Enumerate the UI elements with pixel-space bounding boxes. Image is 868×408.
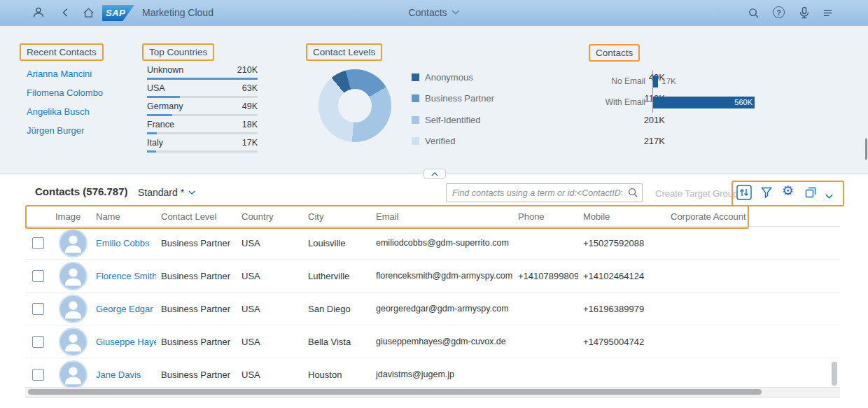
header-select-cell[interactable] [25,206,50,226]
column-header-email[interactable]: Email [371,206,513,226]
mobile-cell: +14102464124 [578,260,666,292]
country-label: Germany [147,101,183,112]
city-cell: Lutherville [303,260,371,292]
country-row: USA63K [147,83,258,101]
city-cell: San Diego [303,293,371,325]
column-header-image[interactable]: Image [50,206,91,226]
contacts-table: Image Name Contact Level Country City Em… [25,206,840,391]
corporate-account-cell [666,325,840,358]
legend-label: Self-Identified [425,115,481,125]
legend-label: Verified [425,136,455,146]
view-selector[interactable]: Standard * [138,187,195,198]
country-value: 17K [242,138,258,148]
row-checkbox[interactable] [32,369,44,381]
collapse-header-button[interactable] [424,169,446,179]
table-row: Jane Davis Business Partner USA Houston … [25,358,840,391]
country-bar [147,114,172,116]
table-title: Contacts (576.787) [35,185,128,197]
legend-value: 217K [644,136,665,146]
recent-contact-link[interactable]: Filomena Colombo [27,87,103,99]
contact-level-cell: Business Partner [156,227,237,259]
legend-swatch [412,137,419,145]
phone-cell [513,227,578,259]
search-icon[interactable] [627,187,638,201]
corporate-account-cell [666,358,840,391]
contact-name-link[interactable]: George Edgar [96,304,153,314]
top-countries-title: Top Countries [142,43,214,61]
contact-levels-donut [318,69,391,142]
recent-contacts-list: Arianna Mancini Filomena Colombo Angelik… [27,68,103,143]
notifications-list-icon[interactable] [822,7,834,22]
contact-name-link[interactable]: Giuseppe Hayes [96,337,156,347]
column-header-contact-level[interactable]: Contact Level [156,206,237,226]
bar-label: No Email [580,76,652,86]
row-checkbox[interactable] [32,237,44,249]
contact-search [446,183,643,202]
mobile-cell [578,358,666,391]
shell-header: SAP Marketing Cloud Contacts ? [0,0,868,27]
column-header-phone[interactable]: Phone [513,206,578,226]
row-checkbox[interactable] [32,336,44,348]
donut-hole [338,89,372,122]
back-icon[interactable] [60,7,71,21]
contact-name-link[interactable]: Jane Davis [96,370,141,380]
table-row: Florence Smith Business Partner USA Luth… [25,260,840,293]
country-label: Italy [147,138,163,148]
horizontal-scrollbar-thumb[interactable] [28,389,762,395]
settings-gear-icon[interactable]: ⚙ [782,184,794,197]
phone-cell [513,358,578,391]
app-title-dropdown[interactable]: Contacts [408,7,459,18]
bar-track: 560K [652,92,755,113]
recent-contact-link[interactable]: Arianna Mancini [27,68,103,80]
table-header-row: Image Name Contact Level Country City Em… [25,206,840,227]
table-row: Emilio Cobbs Business Partner USA Louisv… [25,227,840,260]
country-row: France18K [147,120,258,138]
column-header-mobile[interactable]: Mobile [578,206,666,226]
phone-cell [513,293,578,325]
user-icon[interactable] [32,6,45,22]
recent-contact-link[interactable]: Angelika Busch [27,106,103,118]
contact-name-link[interactable]: Florence Smith [96,271,156,281]
help-icon[interactable]: ? [773,6,785,18]
legend-row: Verified 217K [412,131,665,153]
country-cell: USA [237,227,303,259]
sap-logo: SAP [102,5,134,21]
country-value: 63K [242,83,258,94]
column-header-corporate-account[interactable]: Corporate Account [666,206,840,226]
filter-icon[interactable] [760,186,773,202]
contacts-bar-chart: No Email 17K With Email 560K [580,71,755,113]
mobile-cell: +15027592088 [578,227,666,259]
page: SAP Marketing Cloud Contacts ? Recent Co… [0,0,868,408]
page-scrollbar-thumb[interactable] [865,139,867,160]
column-header-city[interactable]: City [303,206,371,226]
horizontal-scrollbar [25,387,840,398]
sort-icon[interactable] [736,185,752,203]
table-row: George Edgar Business Partner USA San Di… [25,293,840,325]
country-value: 18K [242,120,258,130]
country-bar-track [147,150,258,153]
recent-contact-link[interactable]: Jürgen Burger [27,125,103,137]
corporate-account-cell [666,293,840,325]
city-cell: Louisville [303,227,371,259]
avatar-icon [59,360,88,389]
search-icon[interactable] [748,7,760,22]
column-header-country[interactable]: Country [237,206,303,226]
mobile-cell: +16196389979 [578,293,666,325]
country-row: Unknown210K [147,65,258,83]
export-icon[interactable] [804,186,817,202]
microphone-icon[interactable] [798,6,811,22]
chevron-down-icon[interactable] [825,190,833,202]
row-checkbox[interactable] [32,303,44,315]
home-icon[interactable] [83,7,94,22]
country-cell: USA [237,260,303,292]
table-vertical-scrollbar-thumb[interactable] [832,362,837,386]
search-input[interactable] [446,183,643,202]
contact-name-link[interactable]: Emilio Cobbs [96,238,150,248]
row-checkbox[interactable] [32,270,44,282]
country-bar [147,78,258,80]
create-target-group-button[interactable]: Create Target Group [655,188,738,199]
bar-with-email: 560K [653,97,755,108]
country-label: Unknown [147,65,183,76]
column-header-name[interactable]: Name [91,206,156,226]
country-bar-track [147,78,258,80]
